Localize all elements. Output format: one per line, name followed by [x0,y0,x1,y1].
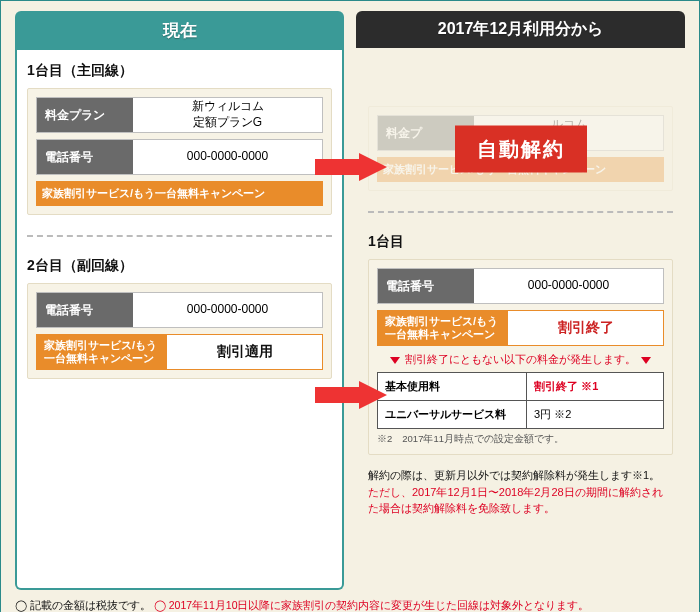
device2-title: 2台目（副回線） [27,257,332,275]
explain-red: ただし、2017年12月1日〜2018年2月28日の期間に解約された場合は契約解… [368,486,663,515]
after-header: 2017年12月利用分から [356,11,685,48]
divider-right [368,211,673,213]
fee-footnote: ※2 2017年11月時点での設定金額です。 [377,433,664,446]
footnote-red: ◯ 2017年11月10日以降に家族割引の契約内容に変更が生じた回線は対象外とな… [154,599,590,611]
fee-row: 基本使用料 割引終了 ※1 [378,373,663,401]
campaign-value-r: 割引終了 [508,311,663,345]
device2-card: 電話番号 000-0000-0000 家族割引サービス/もう一台無料キャンペーン… [27,283,332,379]
arrow-icon [315,381,387,409]
campaign-value-2: 割引適用 [167,335,322,369]
campaign-label-r: 家族割引サービス/もう一台無料キャンペーン [378,311,508,345]
device1-card: 料金プラン 新ウィルコム 定額プランG 電話番号 000-0000-0000 家… [27,88,332,215]
fee-label: 基本使用料 [378,373,526,400]
fee-table: 基本使用料 割引終了 ※1 ユニバーサルサービス料 3円 ※2 [377,372,664,429]
phone-label: 電話番号 [37,140,133,174]
phone-value-r: 000-0000-0000 [474,269,663,303]
auto-cancel-group: 料金プ ルコム ランG 家族割引サービス/もう一台無料キャンペーン 自動解約 [368,106,673,191]
fee-value: 割引終了 ※1 [526,373,663,400]
phone-value: 000-0000-0000 [133,140,322,174]
page-footnote: ◯ 記載の金額は税抜です。 ◯ 2017年11月10日以降に家族割引の契約内容に… [15,598,685,612]
campaign-label-2: 家族割引サービス/もう一台無料キャンペーン [37,335,167,369]
device1-title: 1台目（主回線） [27,62,332,80]
explain-black: 解約の際は、更新月以外では契約解除料が発生します※1。 [368,469,660,481]
plan-value: 新ウィルコム 定額プランG [133,98,322,132]
arrow-icon [315,153,387,181]
phone-label-r: 電話番号 [378,269,474,303]
fee-row: ユニバーサルサービス料 3円 ※2 [378,401,663,428]
explain-text: 解約の際は、更新月以外では契約解除料が発生します※1。 ただし、2017年12月… [368,467,673,517]
divider [27,235,332,237]
campaign-bar: 家族割引サービス/もう一台無料キャンペーン [36,181,323,206]
phone-value-2: 000-0000-0000 [133,293,322,327]
phone-label-2: 電話番号 [37,293,133,327]
fee-value: 3円 ※2 [526,401,663,428]
current-column: 現在 1台目（主回線） 料金プラン 新ウィルコム 定額プランG 電話番号 000… [15,11,344,590]
fee-label: ユニバーサルサービス料 [378,401,526,428]
svg-marker-1 [315,381,387,409]
footnote-black: ◯ 記載の金額は税抜です。 [15,599,151,611]
plan-label: 料金プラン [37,98,133,132]
comparison-diagram: 現在 1台目（主回線） 料金プラン 新ウィルコム 定額プランG 電話番号 000… [0,0,700,612]
after-column: 2017年12月利用分から 料金プ ルコム ランG 家族割引サービス/もう一台無… [356,11,685,590]
red-note: 割引終了にともない以下の料金が発生します。 [377,352,664,366]
right-device1-title: 1台目 [368,233,673,251]
svg-marker-0 [315,153,387,181]
auto-cancel-stamp: 自動解約 [455,125,587,172]
current-header: 現在 [15,11,344,50]
right-device1-card: 電話番号 000-0000-0000 家族割引サービス/もう一台無料キャンペーン… [368,259,673,455]
